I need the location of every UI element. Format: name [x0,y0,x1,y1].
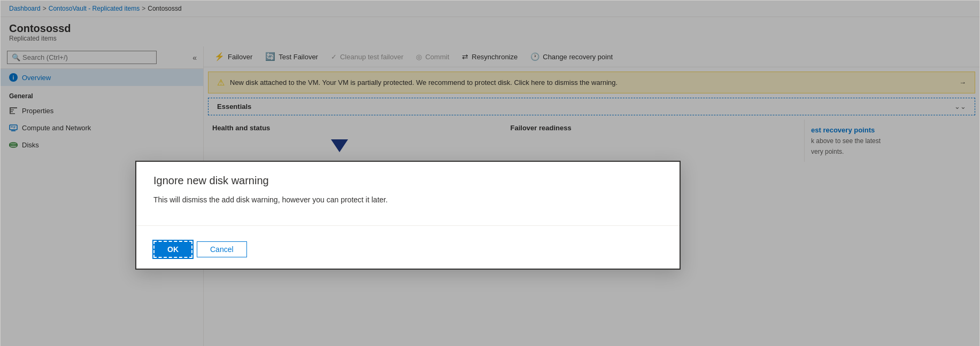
modal-description: This will dismiss the add disk warning, … [153,195,662,204]
modal-ok-button[interactable]: OK [153,241,192,258]
modal-title: Ignore new disk warning [153,175,662,187]
modal-divider [136,225,680,226]
modal-cancel-button[interactable]: Cancel [197,241,247,257]
main-container: Dashboard > ContosoVault - Replicated it… [0,0,980,346]
modal-footer: OK Cancel [136,234,680,269]
modal-dialog: Ignore new disk warning This will dismis… [135,161,681,270]
modal-body: Ignore new disk warning This will dismis… [136,162,680,225]
